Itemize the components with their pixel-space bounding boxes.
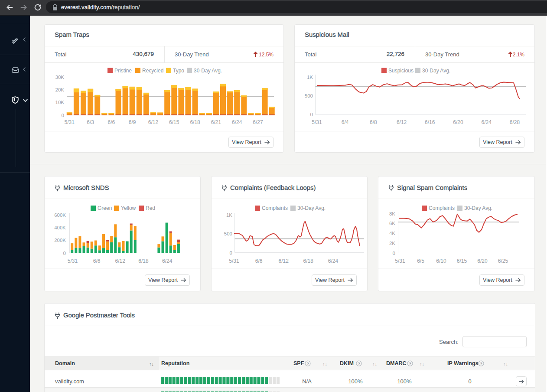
svg-text:8K: 8K: [389, 211, 395, 216]
svg-text:Reputation: Reputation: [161, 360, 189, 366]
svg-text:6/5: 6/5: [417, 258, 424, 264]
svg-text:6/20: 6/20: [477, 258, 488, 264]
svg-text:6/18: 6/18: [138, 258, 149, 264]
svg-text:6/8: 6/8: [370, 119, 377, 125]
svg-text:500: 500: [224, 231, 232, 236]
svg-text:6/15: 6/15: [457, 258, 467, 264]
svg-text:Red: Red: [146, 205, 155, 211]
svg-text:SPF: SPF: [293, 360, 304, 366]
svg-text:6/6: 6/6: [255, 258, 263, 264]
svg-text:6/24: 6/24: [328, 258, 339, 264]
svg-text:6/21: 6/21: [211, 119, 221, 125]
svg-text:5/31: 5/31: [395, 258, 405, 264]
svg-text:6/9: 6/9: [129, 119, 136, 125]
svg-text:6/24: 6/24: [232, 119, 242, 125]
svg-text:6/18: 6/18: [190, 119, 200, 125]
svg-text:0: 0: [63, 251, 66, 256]
svg-text:↑↓: ↑↓: [322, 361, 327, 366]
svg-text:Domain: Domain: [55, 360, 75, 366]
svg-text:?: ?: [480, 362, 482, 366]
svg-text:Complaints: Complaints: [429, 205, 455, 211]
svg-text:↑↓: ↑↓: [420, 361, 424, 366]
svg-text:6/6: 6/6: [108, 119, 115, 125]
svg-text:1K: 1K: [307, 75, 313, 80]
svg-text:?: ?: [358, 362, 360, 366]
svg-text:Yellow: Yellow: [121, 205, 136, 211]
svg-text:30-Day Avg.: 30-Day Avg.: [297, 205, 326, 211]
svg-text:DMARC: DMARC: [386, 360, 407, 366]
svg-text:?: ?: [409, 362, 411, 366]
svg-text:400K: 400K: [54, 225, 66, 230]
svg-text:0: 0: [310, 112, 313, 117]
svg-text:Complaints: Complaints: [262, 205, 288, 211]
svg-text:DKIM: DKIM: [340, 360, 354, 366]
svg-text:10K: 10K: [55, 100, 65, 105]
svg-text:5/31: 5/31: [312, 119, 322, 125]
svg-text:500: 500: [305, 93, 313, 98]
svg-text:30-Day Avg.: 30-Day Avg.: [194, 68, 222, 74]
svg-text:20K: 20K: [55, 87, 65, 92]
svg-text:?: ?: [306, 362, 309, 366]
svg-text:6/6: 6/6: [93, 258, 101, 264]
svg-text:0: 0: [62, 113, 64, 118]
svg-text:Pristine: Pristine: [114, 68, 132, 74]
svg-text:6/3: 6/3: [87, 119, 94, 125]
svg-text:4K: 4K: [389, 231, 395, 236]
svg-text:6/24: 6/24: [162, 258, 173, 264]
svg-text:6/12: 6/12: [148, 119, 159, 125]
svg-text:Recycled: Recycled: [142, 68, 163, 74]
svg-text:6/27: 6/27: [253, 119, 263, 125]
svg-text:5/31: 5/31: [68, 258, 78, 264]
svg-text:0: 0: [230, 250, 232, 255]
svg-text:6K: 6K: [389, 221, 395, 226]
svg-text:5/31: 5/31: [65, 119, 75, 125]
svg-text:6/10: 6/10: [436, 258, 446, 264]
svg-text:6/20: 6/20: [453, 119, 463, 125]
svg-text:5/31: 5/31: [229, 258, 239, 264]
svg-text:6/12: 6/12: [397, 119, 407, 125]
svg-text:600K: 600K: [54, 212, 66, 218]
svg-text:6/12: 6/12: [115, 258, 126, 264]
svg-text:IP Warnings: IP Warnings: [447, 360, 479, 366]
svg-text:Typo: Typo: [173, 68, 184, 74]
svg-text:6/25: 6/25: [498, 258, 508, 264]
svg-text:200K: 200K: [54, 238, 66, 243]
svg-text:↑↓: ↑↓: [372, 361, 377, 366]
svg-text:6/24: 6/24: [482, 119, 492, 125]
svg-text:30K: 30K: [55, 75, 65, 80]
svg-text:30-Day Avg.: 30-Day Avg.: [422, 68, 450, 74]
svg-text:6/4: 6/4: [342, 119, 349, 125]
svg-text:6/12: 6/12: [279, 258, 289, 264]
svg-text:6/16: 6/16: [425, 119, 435, 125]
svg-text:Suspicious: Suspicious: [388, 68, 414, 74]
svg-text:6/18: 6/18: [303, 258, 314, 264]
svg-text:↑↓: ↑↓: [149, 361, 154, 366]
svg-text:Green: Green: [98, 205, 112, 211]
svg-text:↑↓: ↑↓: [503, 361, 508, 366]
svg-text:1K: 1K: [226, 212, 232, 218]
svg-text:6/15: 6/15: [169, 119, 179, 125]
svg-text:6/28: 6/28: [510, 119, 520, 125]
svg-text:0: 0: [393, 251, 395, 256]
svg-text:30-Day Avg.: 30-Day Avg.: [464, 205, 492, 211]
svg-text:2K: 2K: [389, 241, 395, 246]
